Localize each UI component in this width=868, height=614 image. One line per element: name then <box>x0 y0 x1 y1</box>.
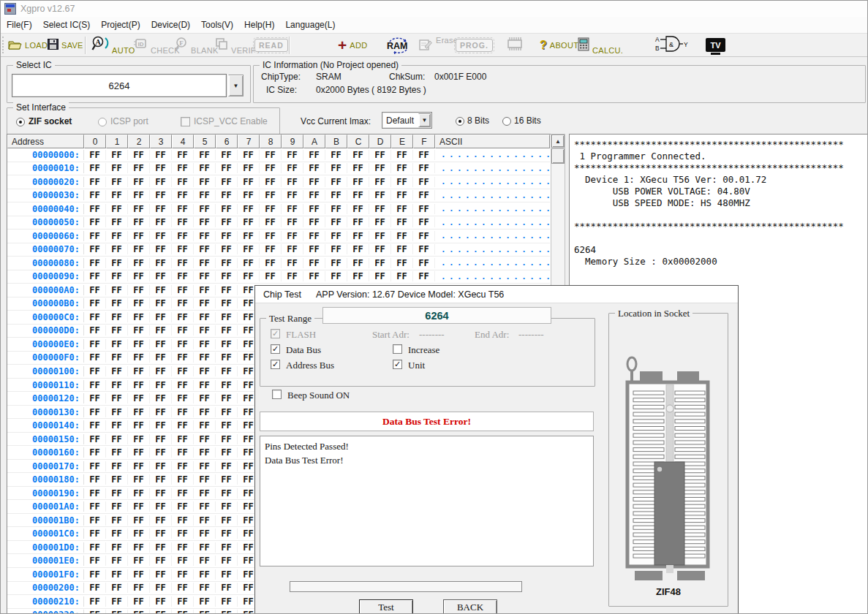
hex-byte-cell[interactable]: FF <box>150 271 172 281</box>
hex-byte-cell[interactable]: FF <box>128 366 150 376</box>
hex-byte-cell[interactable]: FF <box>128 569 150 580</box>
hex-byte-cell[interactable]: FF <box>216 339 238 349</box>
hex-byte-cell[interactable]: FF <box>106 380 128 390</box>
hex-byte-cell[interactable]: FF <box>172 407 194 417</box>
hex-byte-cell[interactable]: FF <box>347 258 369 268</box>
hex-byte-cell[interactable]: FF <box>282 204 303 214</box>
hex-byte-cell[interactable]: FF <box>128 190 150 200</box>
beep-sound-checkbox[interactable] <box>272 390 282 399</box>
hex-byte-cell[interactable]: FF <box>128 285 150 295</box>
hex-byte-cell[interactable]: FF <box>325 204 347 214</box>
hex-byte-cell[interactable]: FF <box>84 258 106 268</box>
hex-byte-cell[interactable]: FF <box>303 271 325 281</box>
hex-byte-cell[interactable]: FF <box>172 515 194 526</box>
hex-byte-cell[interactable]: FF <box>194 271 216 281</box>
hex-byte-cell[interactable]: FF <box>172 244 194 254</box>
hex-byte-cell[interactable]: FF <box>282 244 303 254</box>
hex-byte-cell[interactable]: FF <box>391 271 413 281</box>
hex-byte-cell[interactable]: FF <box>303 258 325 268</box>
hex-byte-cell[interactable]: FF <box>238 244 260 254</box>
hex-byte-cell[interactable]: FF <box>216 366 238 376</box>
hex-byte-cell[interactable]: FF <box>150 380 172 390</box>
hex-byte-cell[interactable]: FF <box>260 204 282 214</box>
hex-column-header[interactable]: 5 <box>194 134 216 148</box>
hex-byte-cell[interactable]: FF <box>216 204 238 214</box>
hex-byte-cell[interactable]: FF <box>325 271 347 281</box>
ic-name-box[interactable]: 6264 <box>12 74 227 97</box>
hex-byte-cell[interactable]: FF <box>150 217 172 227</box>
hex-byte-cell[interactable]: FF <box>347 163 369 173</box>
hex-byte-cell[interactable]: FF <box>128 501 150 512</box>
hex-byte-cell[interactable]: FF <box>84 556 106 566</box>
hex-row[interactable]: 00000000:FFFFFFFFFFFFFFFFFFFFFFFFFFFFFFF… <box>7 148 550 162</box>
hex-byte-cell[interactable]: FF <box>325 231 347 241</box>
hex-byte-cell[interactable]: FF <box>128 258 150 268</box>
hex-byte-cell[interactable]: FF <box>194 474 216 485</box>
hex-byte-cell[interactable]: FF <box>150 501 172 512</box>
hex-byte-cell[interactable]: FF <box>216 380 238 390</box>
hex-byte-cell[interactable]: FF <box>172 366 194 376</box>
hex-row[interactable]: 00000070:FFFFFFFFFFFFFFFFFFFFFFFFFFFFFFF… <box>7 243 550 257</box>
hex-byte-cell[interactable]: FF <box>84 596 106 607</box>
hex-byte-cell[interactable]: FF <box>216 231 238 241</box>
scroll-up-arrow[interactable]: ▲ <box>551 134 565 148</box>
hex-byte-cell[interactable]: FF <box>150 366 172 376</box>
hex-byte-cell[interactable]: FF <box>216 474 238 485</box>
hex-byte-cell[interactable]: FF <box>84 366 106 376</box>
hex-byte-cell[interactable]: FF <box>194 231 216 241</box>
hex-byte-cell[interactable]: FF <box>150 325 172 336</box>
hex-byte-cell[interactable]: FF <box>369 150 391 160</box>
hex-byte-cell[interactable]: FF <box>84 583 106 593</box>
hex-byte-cell[interactable]: FF <box>216 244 238 254</box>
hex-column-header[interactable]: 8 <box>260 134 282 148</box>
hex-byte-cell[interactable]: FF <box>106 312 128 322</box>
hex-byte-cell[interactable]: FF <box>216 217 238 227</box>
hex-byte-cell[interactable]: FF <box>172 610 194 614</box>
ascii-cell[interactable]: ................ <box>435 191 550 200</box>
hex-byte-cell[interactable]: FF <box>194 204 216 214</box>
hex-byte-cell[interactable]: FF <box>347 150 369 160</box>
hex-byte-cell[interactable]: FF <box>150 474 172 485</box>
hex-byte-cell[interactable]: FF <box>194 461 216 471</box>
hex-byte-cell[interactable]: FF <box>391 244 413 254</box>
hex-byte-cell[interactable]: FF <box>194 528 216 539</box>
hex-byte-cell[interactable]: FF <box>238 258 260 268</box>
hex-column-header[interactable]: 4 <box>172 134 194 148</box>
hex-byte-cell[interactable]: FF <box>106 542 128 553</box>
add-button[interactable]: + ADD <box>338 34 367 56</box>
menu-item[interactable]: Help(H) <box>244 20 274 30</box>
hex-byte-cell[interactable]: FF <box>106 163 128 173</box>
hex-byte-cell[interactable]: FF <box>216 298 238 308</box>
hex-byte-cell[interactable]: FF <box>238 231 260 241</box>
hex-byte-cell[interactable]: FF <box>172 271 194 281</box>
hex-byte-cell[interactable]: FF <box>172 393 194 403</box>
hex-byte-cell[interactable]: FF <box>84 542 106 553</box>
hex-byte-cell[interactable]: FF <box>150 434 172 444</box>
hex-byte-cell[interactable]: FF <box>413 258 435 268</box>
hex-byte-cell[interactable]: FF <box>172 501 194 512</box>
hex-byte-cell[interactable]: FF <box>413 190 435 200</box>
hex-byte-cell[interactable]: FF <box>172 285 194 295</box>
hex-byte-cell[interactable]: FF <box>194 556 216 566</box>
hex-byte-cell[interactable]: FF <box>172 528 194 539</box>
hex-byte-cell[interactable]: FF <box>128 325 150 336</box>
hex-byte-cell[interactable]: FF <box>216 583 238 593</box>
hex-byte-cell[interactable]: FF <box>216 285 238 295</box>
hex-byte-cell[interactable]: FF <box>172 231 194 241</box>
hex-byte-cell[interactable]: FF <box>194 488 216 499</box>
hex-byte-cell[interactable]: FF <box>128 583 150 593</box>
hex-byte-cell[interactable]: FF <box>150 163 172 173</box>
hex-byte-cell[interactable]: FF <box>128 393 150 403</box>
hex-column-header[interactable]: B <box>325 134 347 148</box>
hex-byte-cell[interactable]: FF <box>260 271 282 281</box>
hex-byte-cell[interactable]: FF <box>172 447 194 458</box>
hex-byte-cell[interactable]: FF <box>216 556 238 566</box>
bits8-radio[interactable] <box>456 117 464 126</box>
hex-row[interactable]: 00000050:FFFFFFFFFFFFFFFFFFFFFFFFFFFFFFF… <box>7 216 550 230</box>
hex-byte-cell[interactable]: FF <box>84 204 106 214</box>
hex-byte-cell[interactable]: FF <box>106 217 128 227</box>
hex-byte-cell[interactable]: FF <box>172 190 194 200</box>
hex-byte-cell[interactable]: FF <box>194 150 216 160</box>
ascii-cell[interactable]: ................ <box>435 150 550 159</box>
ascii-cell[interactable]: ................ <box>435 272 550 281</box>
